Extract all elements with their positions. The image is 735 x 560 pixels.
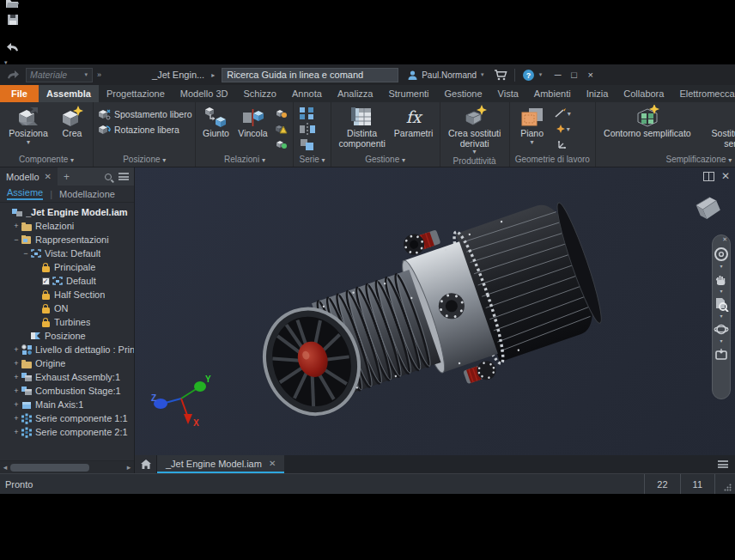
help-icon[interactable]: ? [520,66,537,83]
chevron-down-icon[interactable]: ▾ [3,59,9,65]
close-button[interactable]: × [582,66,598,83]
orbit-button[interactable] [714,319,729,339]
create-component-button[interactable]: Crea [55,104,89,154]
tree-item[interactable]: _Jet Engine Model.iam [0,205,134,219]
tree-item[interactable]: + Livello di dettaglio : Principale [0,343,134,356]
panel-label[interactable]: Serie ▾ [294,154,330,167]
zoom-button[interactable] [714,294,729,314]
derived-button[interactable]: Crea sostituti derivati ▾ [444,104,506,155]
navigation-wheel-button[interactable] [714,244,729,265]
ribbon-tab-gestione[interactable]: Gestione [437,85,490,102]
ribbon-tab-modello-3d[interactable]: Modello 3D [173,85,236,102]
add-browser-tab-button[interactable]: + [58,171,76,183]
search-icon[interactable] [105,173,112,180]
ribbon-tab-elettromeccanico[interactable]: Elettromeccanico [671,85,735,102]
minimize-button[interactable]: ─ [550,66,566,83]
constrain-button[interactable]: Vincola [234,104,271,154]
document-tab[interactable]: _Jet Engine Model.iam ✕ [157,455,284,473]
expand-toggle[interactable]: + [12,414,21,423]
browser-horizontal-scrollbar[interactable]: ◂ ▸ [0,460,134,473]
tree-item[interactable]: + Combustion Stage:1 [0,384,134,398]
redo-button[interactable] [3,66,21,83]
save-button[interactable] [3,11,21,28]
pan-hand-button[interactable] [714,269,729,289]
joint-button[interactable]: Giunto [199,104,232,154]
relation-warning-button[interactable] [275,124,288,135]
maximize-button[interactable]: □ [566,66,582,83]
chevron-down-icon[interactable]: ▾ [538,71,544,78]
expand-toggle[interactable]: + [12,359,21,368]
panel-label[interactable]: Posizione ▾ [94,154,195,167]
simplify-substitute-button[interactable]: Sostituto contorno semplificato [697,104,735,154]
tree-item[interactable]: + Origine [0,356,134,370]
work-plane-button[interactable]: Piano ▾ [513,104,551,154]
jet-engine-model[interactable] [236,192,614,436]
tree-item[interactable]: + Relazioni [0,219,134,233]
view-cube[interactable] [690,190,725,224]
pattern-rectangular-button[interactable] [299,107,316,120]
pattern-copy-button[interactable] [299,137,316,151]
ribbon-tab-strumenti[interactable]: Strumenti [380,85,436,102]
tree-item[interactable]: ON [0,301,134,315]
panel-label[interactable]: Gestione ▾ [331,154,440,167]
tree-item[interactable]: + Serie componente 1:1 [0,411,134,425]
ribbon-tab-progettazione[interactable]: Progettazione [99,85,173,102]
work-ucs-button[interactable] [556,139,568,149]
close-icon[interactable]: ✕ [269,459,276,468]
qat-overflow-icon[interactable]: » [94,70,104,79]
free-move-button[interactable]: Spostamento libero [97,108,191,120]
expand-toggle[interactable]: + [12,428,21,436]
close-document-icon[interactable]: ✕ [721,170,730,182]
ribbon-tab-schizzo[interactable]: Schizzo [235,85,284,102]
signed-in-user[interactable]: Paul.Normand [422,70,477,80]
scroll-right-icon[interactable]: ▸ [124,463,134,472]
tree-item[interactable]: Principale [0,260,134,274]
place-component-button[interactable]: Posiziona ▾ [3,104,53,154]
work-axis-button[interactable]: ▾ [555,108,571,119]
expand-toggle[interactable]: + [12,387,21,395]
close-icon[interactable]: ✕ [45,172,52,181]
ribbon-tab-collabora[interactable]: Collabora [616,85,671,102]
visibility-checkbox[interactable]: ✓ [42,277,50,285]
tree-item[interactable]: Posizione [0,329,134,343]
browser-subtab-assieme[interactable]: Assieme [7,187,43,200]
ribbon-tab-analizza[interactable]: Analizza [330,85,381,102]
open-folder-button[interactable] [3,0,21,11]
expand-toggle[interactable]: − [12,235,21,244]
expand-toggle[interactable]: + [12,373,21,381]
tree-item[interactable]: + Exhaust Assembly:1 [0,370,134,384]
fx-button[interactable]: fx Parametri [392,104,436,154]
browser-menu-icon[interactable] [118,173,129,180]
expand-toggle[interactable]: + [12,400,21,409]
look-at-button[interactable] [714,344,729,364]
relation-hide-button[interactable] [275,139,288,150]
work-point-button[interactable]: ▾ [556,124,570,134]
material-combobox[interactable]: Materiale ▾ [26,68,93,82]
ribbon-tab-file[interactable]: File [0,85,39,102]
tree-item[interactable]: Half Section [0,288,134,301]
tab-list-icon[interactable] [718,460,728,468]
split-view-icon[interactable] [703,172,714,181]
viewport[interactable]: ✕ ✕ ▾▾▾ [135,167,735,455]
home-tab[interactable] [135,455,157,473]
relation-show-button[interactable] [275,108,288,119]
panel-label[interactable]: Produttività [440,155,509,167]
undo-button[interactable] [3,39,21,56]
free-rotate-button[interactable]: Rotazione libera [97,124,191,136]
tree-item[interactable]: + Serie componente 2:1 [0,425,134,439]
tree-item[interactable]: + Main Axis:1 [0,398,134,411]
pattern-mirror-button[interactable] [299,122,316,136]
tree-item[interactable]: − Vista: Default [0,247,134,260]
resize-grip-icon[interactable] [714,474,735,494]
close-icon[interactable]: ✕ [722,236,727,243]
panel-label[interactable]: Geometrie di lavoro [510,154,595,167]
scroll-left-icon[interactable]: ◂ [0,463,10,472]
scrollbar-thumb[interactable] [10,464,89,472]
help-search-input[interactable]: Ricerca Guida in linea e comand [222,68,398,82]
ribbon-tab-annota[interactable]: Annota [284,85,330,102]
panel-label[interactable]: Relazioni ▾ [196,154,293,167]
app-store-cart-icon[interactable] [492,66,509,83]
browser-subtab-modellazione[interactable]: Modellazione [59,189,115,199]
ribbon-tab-inizia[interactable]: Inizia [579,85,617,102]
panel-label[interactable]: Componente ▾ [0,154,93,167]
